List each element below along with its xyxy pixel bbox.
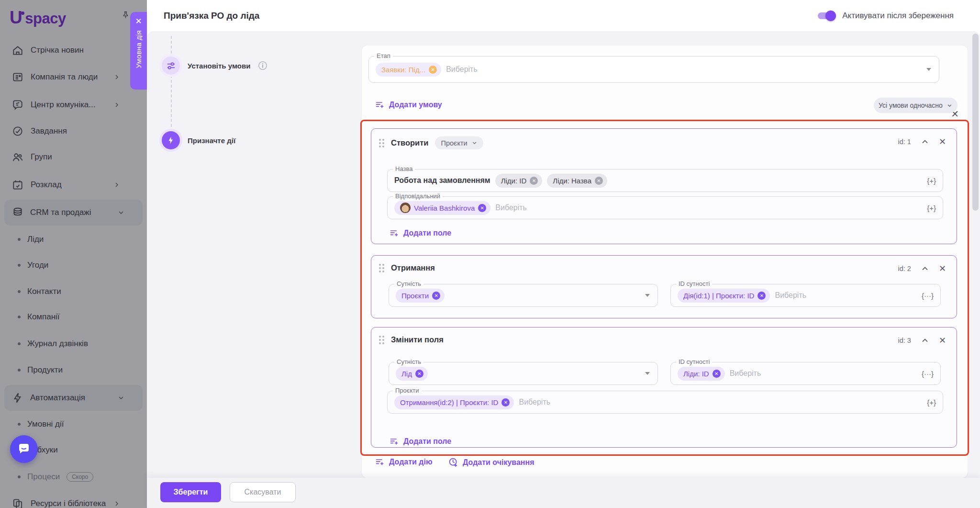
reference-chip[interactable]: Отримання(id:2) | Проєкти: ID — [394, 395, 514, 409]
automation-sheet: Етап Заявки: Під... Виберіть Додати умов… — [362, 45, 968, 478]
remove-chip-icon[interactable] — [478, 204, 486, 212]
reference-chip[interactable]: Дія(id:1) | Проєкти: ID — [678, 289, 770, 303]
action-card-get: Отримання id: 2 Сутність Проєкти ID сутн… — [371, 255, 957, 318]
dropdown-caret-icon[interactable] — [926, 68, 931, 71]
list-plus-icon — [375, 457, 385, 467]
add-wait-link[interactable]: Додати очікування — [448, 457, 535, 467]
field-label: Етап — [374, 52, 393, 59]
chat-bubble-icon — [17, 442, 31, 456]
add-field-link[interactable]: Додати поле — [390, 228, 451, 238]
remove-action-icon[interactable] — [939, 263, 946, 274]
variable-chip[interactable]: Ліди: ID — [495, 174, 543, 188]
entity-field[interactable]: Сутність Лід — [389, 362, 658, 385]
remove-chip-icon[interactable] — [432, 292, 440, 300]
dropdown-caret-icon[interactable] — [645, 294, 650, 297]
field-placeholder: Виберіть — [495, 203, 527, 212]
add-condition-link[interactable]: Додати умову — [375, 100, 442, 110]
activate-after-save-toggle[interactable] — [818, 12, 835, 19]
conditions-mode-select[interactable]: Усі умови одночасно — [874, 98, 958, 113]
list-plus-icon — [390, 228, 399, 238]
insert-variable-button[interactable]: {+} — [927, 204, 936, 212]
action-card-create: Створити Проєкти id: 1 Назва Робота над … — [371, 128, 957, 244]
field-text: Робота над замовленням — [394, 176, 490, 185]
add-action-link[interactable]: Додати дію — [375, 457, 433, 467]
stage-chip[interactable]: Заявки: Під... — [376, 63, 441, 77]
chevron-down-icon — [471, 140, 478, 146]
close-panel-icon[interactable] — [135, 17, 142, 25]
entity-chip[interactable]: Лід — [396, 367, 428, 381]
panel-header: Прив'язка РО до ліда Активувати після зб… — [147, 0, 980, 31]
tab-label: Умовна дія — [134, 30, 143, 68]
step-connector-line — [171, 36, 172, 132]
projects-field[interactable]: Проєкти Отримання(id:2) | Проєкти: ID Ви… — [387, 391, 943, 414]
modal-dim-overlay — [0, 0, 147, 508]
cancel-button[interactable]: Скасувати — [230, 482, 296, 502]
remove-chip-icon[interactable] — [595, 177, 603, 185]
remove-chip-icon[interactable] — [530, 177, 538, 185]
action-id-label: id: 3 — [898, 337, 911, 344]
list-plus-icon — [375, 100, 385, 110]
dropdown-caret-icon[interactable] — [645, 372, 650, 375]
action-id-label: id: 2 — [898, 265, 911, 272]
action-title: Отримання — [391, 263, 435, 272]
info-icon[interactable] — [258, 61, 267, 70]
entity-chip[interactable]: Проєкти — [396, 289, 445, 303]
entity-id-field[interactable]: ID сутності Дія(id:1) | Проєкти: ID Вибе… — [670, 284, 941, 307]
insert-variable-button[interactable]: {+} — [927, 177, 936, 185]
entity-field[interactable]: Сутність Проєкти — [389, 284, 658, 307]
field-label: Назва — [393, 165, 415, 172]
name-field[interactable]: Назва Робота над замовленням Ліди: ID Лі… — [387, 169, 943, 192]
conditional-action-tab[interactable]: Умовна дія — [130, 12, 147, 90]
action-card-edit-fields: Змінити поля id: 3 Сутність Лід ID сутно… — [371, 327, 957, 448]
drag-handle-icon[interactable] — [379, 139, 384, 147]
page-title: Прив'язка РО до ліда — [164, 0, 259, 31]
remove-action-icon[interactable] — [939, 335, 946, 346]
entity-type-select[interactable]: Проєкти — [435, 136, 483, 149]
support-chat-button[interactable] — [10, 435, 38, 463]
sliders-step-icon — [162, 56, 180, 75]
user-chip[interactable]: Valeriia Bashkirova — [394, 201, 490, 215]
insert-variable-button[interactable]: {···} — [922, 292, 934, 300]
remove-chip-icon[interactable] — [415, 370, 423, 378]
field-placeholder: Виберіть — [519, 398, 550, 406]
toggle-label: Активувати після збереження — [842, 11, 954, 21]
field-label: Відповідальний — [393, 192, 443, 200]
insert-variable-button[interactable]: {+} — [927, 398, 936, 406]
field-placeholder: Виберіть — [730, 369, 761, 378]
add-field-link[interactable]: Додати поле — [390, 437, 451, 446]
clock-plus-icon — [448, 457, 458, 467]
collapse-icon[interactable] — [920, 264, 930, 273]
remove-action-icon[interactable] — [939, 136, 946, 147]
field-label: Проєкти — [393, 387, 422, 394]
collapse-icon[interactable] — [920, 336, 930, 345]
conditional-action-panel: Прив'язка РО до ліда Активувати після зб… — [147, 0, 980, 508]
remove-chip-icon[interactable] — [501, 398, 510, 406]
drag-handle-icon[interactable] — [379, 336, 384, 344]
panel-footer: Зберегти Скасувати — [147, 478, 980, 508]
step-label: Установіть умови — [188, 62, 250, 70]
step-label: Призначте дії — [188, 136, 235, 145]
list-plus-icon — [390, 437, 399, 446]
toggle-knob — [825, 11, 836, 21]
vertical-scrollbar[interactable] — [972, 34, 979, 211]
entity-id-field[interactable]: ID сутності Ліди: ID Виберіть {···} — [670, 362, 941, 385]
drag-handle-icon[interactable] — [379, 264, 384, 272]
chevron-down-icon — [947, 102, 953, 109]
field-placeholder: Виберіть — [446, 65, 478, 74]
action-title: Змінити поля — [391, 335, 444, 344]
field-label: Сутність — [394, 280, 423, 287]
app-screen: Uspacy Стрічка новин Компанія та люди Це… — [0, 0, 980, 508]
avatar — [400, 203, 411, 213]
responsible-field[interactable]: Відповідальний Valeriia Bashkirova Вибер… — [387, 196, 943, 219]
remove-chip-icon[interactable] — [713, 370, 721, 378]
collapse-icon[interactable] — [920, 137, 930, 147]
save-button[interactable]: Зберегти — [160, 482, 221, 502]
remove-chip-icon[interactable] — [757, 292, 766, 300]
field-label: ID сутності — [676, 358, 712, 365]
stage-condition-field[interactable]: Етап Заявки: Під... Виберіть — [368, 56, 939, 83]
insert-variable-button[interactable]: {···} — [922, 370, 934, 378]
field-placeholder: Виберіть — [775, 291, 806, 300]
reference-chip[interactable]: Ліди: ID — [678, 367, 725, 381]
variable-chip[interactable]: Ліди: Назва — [547, 174, 607, 188]
remove-chip-icon[interactable] — [429, 66, 437, 74]
